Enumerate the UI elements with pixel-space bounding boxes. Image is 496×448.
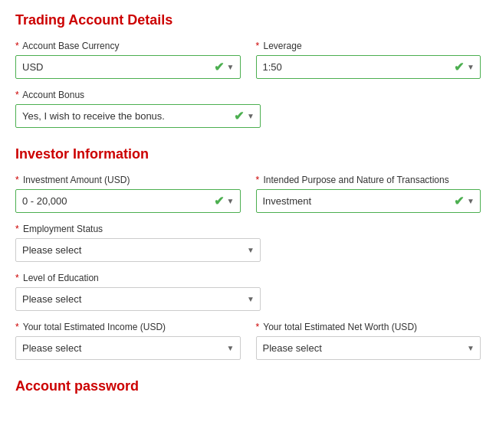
investment-purpose-row: * Investment Amount (USD) 0 - 20,000 20,…	[15, 175, 481, 213]
leverage-group: * Leverage 1:50 1:100 1:200 ✔ ▼	[256, 41, 481, 79]
estimated-income-select[interactable]: Please select 0 - 25,000 25,001 - 50,000…	[15, 336, 241, 360]
bonus-select-wrapper: Yes, I wish to receive the bonus. No, I …	[15, 104, 261, 128]
investor-information-title: Investor Information	[15, 146, 481, 162]
estimated-income-required: *	[15, 322, 19, 332]
estimated-income-group: * Your total Estimated Income (USD) Plea…	[15, 322, 241, 360]
bonus-required: *	[15, 90, 19, 100]
leverage-select[interactable]: 1:50 1:100 1:200	[256, 55, 481, 79]
education-group: * Level of Education Please select High …	[15, 273, 261, 311]
net-worth-group: * Your total Estimated Net Worth (USD) P…	[256, 322, 481, 360]
bonus-row: * Account Bonus Yes, I wish to receive t…	[15, 90, 481, 128]
currency-select[interactable]: USD EUR GBP	[15, 55, 241, 79]
education-required: *	[15, 273, 19, 283]
income-networth-row: * Your total Estimated Income (USD) Plea…	[15, 322, 481, 360]
intended-purpose-required: *	[256, 175, 260, 185]
leverage-select-wrapper: 1:50 1:100 1:200 ✔ ▼	[256, 55, 481, 79]
education-label: * Level of Education	[15, 273, 261, 283]
leverage-label: * Leverage	[256, 41, 481, 51]
employment-group: * Employment Status Please select Employ…	[15, 224, 261, 262]
currency-group: * Account Base Currency USD EUR GBP ✔ ▼	[15, 41, 241, 79]
education-select[interactable]: Please select High School Bachelor's Deg…	[15, 287, 261, 311]
net-worth-select[interactable]: Please select 0 - 50,000 50,001 - 100,00…	[256, 336, 481, 360]
bonus-select[interactable]: Yes, I wish to receive the bonus. No, I …	[15, 104, 261, 128]
investment-amount-group: * Investment Amount (USD) 0 - 20,000 20,…	[15, 175, 241, 213]
bonus-group: * Account Bonus Yes, I wish to receive t…	[15, 90, 261, 128]
account-password-title: Account password	[15, 378, 481, 394]
employment-select-wrapper: Please select Employed Self-Employed Une…	[15, 238, 261, 262]
currency-leverage-row: * Account Base Currency USD EUR GBP ✔ ▼ …	[15, 41, 481, 79]
investment-amount-label: * Investment Amount (USD)	[15, 175, 241, 185]
employment-status-label: * Employment Status	[15, 224, 261, 234]
currency-select-wrapper: USD EUR GBP ✔ ▼	[15, 55, 241, 79]
education-row: * Level of Education Please select High …	[15, 273, 481, 311]
intended-purpose-group: * Intended Purpose and Nature of Transac…	[256, 175, 481, 213]
account-password-section: Account password	[15, 378, 481, 394]
trading-account-section: Trading Account Details * Account Base C…	[15, 12, 481, 128]
estimated-income-select-wrapper: Please select 0 - 25,000 25,001 - 50,000…	[15, 336, 241, 360]
investment-amount-select-wrapper: 0 - 20,000 20,001 - 50,000 50,001 - 100,…	[15, 189, 241, 213]
net-worth-label: * Your total Estimated Net Worth (USD)	[256, 322, 481, 332]
employment-select[interactable]: Please select Employed Self-Employed Une…	[15, 238, 261, 262]
employment-row: * Employment Status Please select Employ…	[15, 224, 481, 262]
education-select-wrapper: Please select High School Bachelor's Deg…	[15, 287, 261, 311]
currency-label: * Account Base Currency	[15, 41, 241, 51]
intended-purpose-select[interactable]: Investment Speculation Hedging	[256, 189, 481, 213]
currency-required: *	[15, 41, 19, 51]
employment-status-required: *	[15, 224, 19, 234]
investment-amount-select[interactable]: 0 - 20,000 20,001 - 50,000 50,001 - 100,…	[15, 189, 241, 213]
leverage-required: *	[256, 41, 260, 51]
investor-information-section: Investor Information * Investment Amount…	[15, 146, 481, 360]
intended-purpose-label: * Intended Purpose and Nature of Transac…	[256, 175, 481, 185]
intended-purpose-select-wrapper: Investment Speculation Hedging ✔ ▼	[256, 189, 481, 213]
trading-account-title: Trading Account Details	[15, 12, 481, 28]
bonus-label: * Account Bonus	[15, 90, 261, 100]
estimated-income-label: * Your total Estimated Income (USD)	[15, 322, 241, 332]
investment-amount-required: *	[15, 175, 19, 185]
net-worth-required: *	[256, 322, 260, 332]
net-worth-select-wrapper: Please select 0 - 50,000 50,001 - 100,00…	[256, 336, 481, 360]
